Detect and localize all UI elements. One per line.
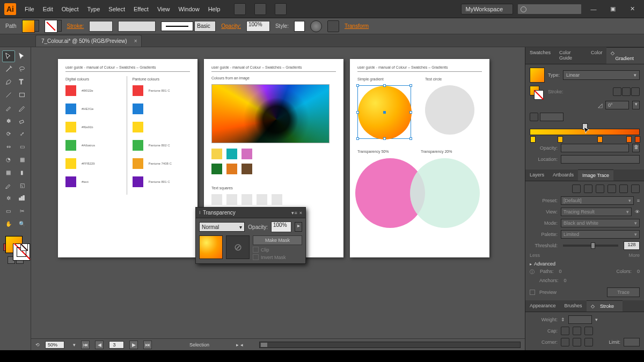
menu-file[interactable]: File xyxy=(25,6,34,12)
fill-swatch[interactable] xyxy=(22,20,35,33)
tab-artboards[interactable]: Artboards xyxy=(548,169,578,181)
column-graph-tool[interactable] xyxy=(16,192,29,204)
stop-location-input[interactable] xyxy=(561,155,640,164)
type-tool[interactable]: T xyxy=(16,76,29,88)
corner-round[interactable] xyxy=(573,338,581,346)
mode-select[interactable]: Black and White▾ xyxy=(561,219,640,227)
gradient-type-select[interactable]: Linear▾ xyxy=(563,70,640,80)
cap-butt[interactable] xyxy=(561,327,569,335)
prev-first-artboard[interactable]: ⏮ xyxy=(81,341,90,349)
eyedropper-tool[interactable] xyxy=(2,179,15,191)
preset-icon-2[interactable] xyxy=(584,184,592,193)
panel-close-icon[interactable]: × xyxy=(299,210,302,216)
tab-appearance[interactable]: Appearance xyxy=(525,300,560,312)
gradient-tool[interactable]: ▮ xyxy=(16,166,29,178)
preview-checkbox[interactable] xyxy=(530,290,535,295)
menu-view[interactable]: View xyxy=(157,6,170,12)
window-close[interactable]: ✕ xyxy=(625,4,640,14)
palette-select[interactable]: Limited▾ xyxy=(561,230,640,239)
artboard-tool[interactable]: ▭ xyxy=(2,205,15,217)
next-artboard[interactable]: ▶ xyxy=(129,341,138,349)
menu-object[interactable]: Object xyxy=(62,6,79,12)
slice-tool[interactable]: ✂ xyxy=(16,205,29,217)
preset-select[interactable]: [Default]▾ xyxy=(561,196,634,205)
brush-basic[interactable]: Basic xyxy=(194,21,216,32)
trash-icon[interactable]: 🗑 xyxy=(632,144,640,152)
stroke-swatch[interactable] xyxy=(45,20,57,33)
preset-icon-6[interactable] xyxy=(631,184,640,193)
tab-gradient[interactable]: ◇ Gradient xyxy=(606,47,644,64)
magic-wand-tool[interactable] xyxy=(2,63,15,75)
blob-brush-tool[interactable]: ✽ xyxy=(2,115,15,127)
trace-button[interactable]: Trace xyxy=(607,287,640,297)
arrange-icon[interactable] xyxy=(275,3,287,15)
tab-stroke[interactable]: ◇ Stroke xyxy=(587,300,623,312)
stroke-align-3[interactable] xyxy=(631,87,640,96)
lasso-tool[interactable] xyxy=(16,63,29,75)
workspace-selector[interactable]: MyWorkspace xyxy=(461,4,513,14)
cap-round[interactable] xyxy=(573,327,581,335)
preset-icon-4[interactable] xyxy=(608,184,616,193)
shape-builder-tool[interactable]: ◔ xyxy=(2,153,15,165)
stroke-align-1[interactable] xyxy=(613,87,621,96)
mask-thumb[interactable]: ⊘ xyxy=(226,235,250,259)
panel-menu-icon[interactable]: ▾≡ xyxy=(291,210,297,216)
blend-tool[interactable]: ◱ xyxy=(16,179,29,191)
h-scrollbar[interactable] xyxy=(259,342,521,348)
search-input[interactable] xyxy=(517,4,582,14)
tab-brushes[interactable]: Brushes xyxy=(560,300,587,312)
style-swatch[interactable] xyxy=(294,21,305,32)
weight-stepper[interactable]: ⇕ xyxy=(561,317,565,322)
zoom-input[interactable]: 50% xyxy=(45,341,64,349)
tab-layers[interactable]: Layers xyxy=(525,169,548,181)
scale-tool[interactable]: ⤢ xyxy=(16,128,29,139)
tab-color[interactable]: Color xyxy=(587,47,607,64)
menu-window[interactable]: Window xyxy=(179,6,200,12)
opacity-input[interactable]: 100% xyxy=(246,21,270,32)
menu-edit[interactable]: Edit xyxy=(43,6,53,12)
recolor-icon[interactable] xyxy=(310,20,322,32)
transparency-panel[interactable]: ⁞ Transparency ▾≡× Normal▾ Opacity: 100%… xyxy=(195,207,306,264)
transparency-thumb[interactable] xyxy=(199,235,223,259)
brush-preview[interactable] xyxy=(161,21,193,31)
stroke-link[interactable]: Stroke: xyxy=(67,23,84,29)
stop-opacity-input[interactable] xyxy=(561,144,629,152)
menu-type[interactable]: Type xyxy=(87,6,100,12)
stroke-width-profile[interactable] xyxy=(118,21,156,32)
gradient-preview[interactable] xyxy=(530,68,545,83)
menu-select[interactable]: Select xyxy=(108,6,125,12)
view-select[interactable]: Tracing Result▾ xyxy=(561,208,632,216)
threshold-slider[interactable] xyxy=(563,245,618,247)
transparency-title-bar[interactable]: ⁞ Transparency ▾≡× xyxy=(196,208,305,218)
mesh-tool[interactable]: ▦ xyxy=(2,166,15,178)
opacity-value-input[interactable]: 100% xyxy=(271,221,291,232)
color-stop-3[interactable] xyxy=(597,136,603,143)
selected-gradient-circle[interactable] xyxy=(357,85,411,139)
eye-icon[interactable]: 👁 xyxy=(635,209,640,215)
invert-mask-checkbox[interactable]: Invert Mask xyxy=(253,254,302,260)
window-restore[interactable]: ▣ xyxy=(605,4,620,14)
corner-bevel[interactable] xyxy=(584,338,593,346)
hand-tool[interactable]: ✋ xyxy=(2,218,15,230)
tab-color-guide[interactable]: Color Guide xyxy=(555,47,587,64)
rectangle-tool[interactable] xyxy=(16,89,29,101)
perspective-tool[interactable]: ▦ xyxy=(16,153,29,165)
color-stop-4[interactable] xyxy=(626,136,632,143)
rotate-tool[interactable]: ⟳ xyxy=(2,128,15,139)
line-tool[interactable] xyxy=(2,89,15,101)
opacity-link[interactable]: Opacity: xyxy=(221,23,241,29)
threshold-input[interactable]: 128 xyxy=(624,241,640,250)
next-last-artboard[interactable]: ⏭ xyxy=(143,341,152,349)
stroke-align-2[interactable] xyxy=(622,87,631,96)
paintbrush-tool[interactable] xyxy=(2,102,15,114)
blend-mode-select[interactable]: Normal▾ xyxy=(199,222,245,232)
screen-icon[interactable] xyxy=(254,3,266,15)
direct-selection-tool[interactable] xyxy=(16,50,29,62)
window-minimize[interactable]: — xyxy=(586,4,601,14)
preset-icon-5[interactable] xyxy=(619,184,628,193)
tab-close-icon[interactable]: × xyxy=(134,38,137,44)
artboard-number[interactable]: 3 xyxy=(109,341,124,349)
advanced-toggle[interactable]: Advanced xyxy=(530,261,640,267)
menu-help[interactable]: Help xyxy=(208,6,221,12)
clip-checkbox[interactable]: Clip xyxy=(253,247,302,253)
